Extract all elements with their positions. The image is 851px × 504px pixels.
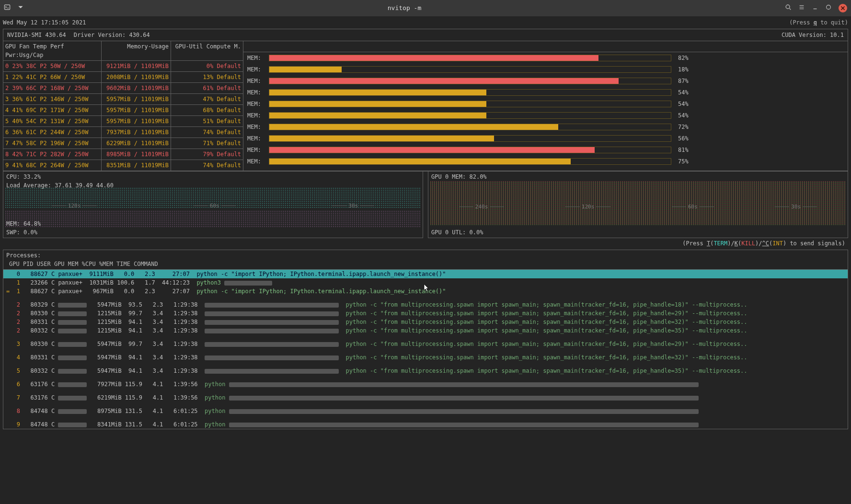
process-row[interactable]: 1 23266 C panxue+ 1031MiB 100.6 1.7 44:1… <box>3 278 848 287</box>
svg-rect-0 <box>4 5 10 10</box>
process-row[interactable]: 4 80331 C 5947MiB 94.1 3.4 1:29:38 pytho… <box>3 353 848 362</box>
gpu-mem-title: GPU 0 MEM: 82.0% <box>431 172 845 181</box>
svg-point-2 <box>827 5 831 9</box>
nvidia-smi-version: NVIDIA-SMI 430.64 <box>3 29 70 41</box>
search-icon[interactable] <box>785 4 792 13</box>
gpu-col-mem: Memory-Usage <box>102 41 171 60</box>
dropdown-icon[interactable] <box>17 4 24 13</box>
gpu-row: 7 47% 58C P2 196W / 250W6229MiB / 11019M… <box>3 138 243 149</box>
cpu-chart: CPU: 33.2% Load Average: 37.61 39.49 44.… <box>3 172 423 238</box>
process-row[interactable]: 2 80330 C 1215MiB 99.7 3.4 1:29:38 pytho… <box>3 309 848 318</box>
gpu-row: 0 23% 38C P2 50W / 250W9121MiB / 11019Mi… <box>3 61 243 72</box>
gpu-col-util: GPU-Util Compute M. <box>171 41 243 60</box>
svg-point-1 <box>786 5 790 9</box>
gpu-mem-bar: MEM:54% <box>243 110 848 121</box>
gpu-row: 6 36% 61C P2 244W / 250W7937MiB / 11019M… <box>3 127 243 138</box>
terminal-area[interactable]: Wed May 12 17:15:05 2021 (Press q to qui… <box>0 16 851 504</box>
quit-hint: (Press q to quit) <box>789 18 848 27</box>
process-row[interactable]: 7 63176 C 6219MiB 115.9 4.1 1:39:56 pyth… <box>3 393 848 402</box>
minimize-button[interactable] <box>812 4 818 13</box>
timestamp: Wed May 12 17:15:05 2021 <box>3 18 86 27</box>
gpu-row: 2 39% 66C P2 168W / 250W9602MiB / 11019M… <box>3 83 243 94</box>
gpu-col-main: GPU Fan Temp Perf Pwr:Usg/Cap <box>3 41 102 60</box>
gpu-mem-bar: MEM:54% <box>243 87 848 98</box>
gpu-mem-bar: MEM:87% <box>243 75 848 87</box>
hamburger-icon[interactable] <box>798 4 805 13</box>
gpu-row: 1 22% 41C P2 66W / 250W2008MiB / 11019Mi… <box>3 72 243 83</box>
gpu-row: 5 40% 54C P2 131W / 250W5957MiB / 11019M… <box>3 116 243 127</box>
process-table: Processes: GPU PID USER GPU MEM %CPU %ME… <box>3 250 848 429</box>
gpu-utl-label: GPU 0 UTL: 0.0% <box>431 228 845 237</box>
gpu-mem-bar: MEM:56% <box>243 133 848 144</box>
signals-hint: (Press T(TERM)/K(KILL)/^C(INT) to send s… <box>3 238 848 249</box>
process-row[interactable]: 2 80331 C 1215MiB 94.1 3.4 1:29:38 pytho… <box>3 318 848 326</box>
process-row[interactable]: 3 80330 C 5947MiB 99.7 3.4 1:29:38 pytho… <box>3 340 848 348</box>
process-row[interactable]: 5 80332 C 5947MiB 94.1 3.4 1:29:38 pytho… <box>3 367 848 375</box>
gpu-row: 9 41% 68C P2 264W / 250W8351MiB / 11019M… <box>3 160 243 171</box>
driver-version: Driver Version: 430.64 <box>70 29 778 41</box>
process-row[interactable]: 0 88627 C panxue+ 9111MiB 0.0 2.3 27:07 … <box>3 270 848 278</box>
gpu-row: 4 41% 69C P2 171W / 250W5957MiB / 11019M… <box>3 105 243 116</box>
gpu-row: 3 36% 61C P2 146W / 250W5957MiB / 11019M… <box>3 94 243 105</box>
gpu-mem-bar: MEM:75% <box>243 156 848 167</box>
gpu-mem-bar: MEM:81% <box>243 144 848 156</box>
window-title: nvitop -m <box>24 3 785 13</box>
terminal-icon[interactable] <box>4 4 11 13</box>
nvidia-header: NVIDIA-SMI 430.64 Driver Version: 430.64… <box>3 29 848 41</box>
gpu-chart: GPU 0 MEM: 82.0% 240s120s60s30s GPU 0 UT… <box>428 172 848 238</box>
window-titlebar: nvitop -m <box>0 0 851 16</box>
close-button[interactable] <box>839 4 847 12</box>
process-row[interactable]: 2 80332 C 1215MiB 94.1 3.4 1:29:38 pytho… <box>3 326 848 335</box>
process-row[interactable]: 9 84748 C 8341MiB 131.5 4.1 6:01:25 pyth… <box>3 420 848 429</box>
maximize-button[interactable] <box>825 4 832 13</box>
cuda-version: CUDA Version: 10.1 <box>778 29 848 41</box>
gpu-mem-bar: MEM:54% <box>243 98 848 110</box>
gpu-table: GPU Fan Temp Perf Pwr:Usg/Cap Memory-Usa… <box>3 41 848 171</box>
gpu-row: 8 42% 71C P2 282W / 250W8985MiB / 11019M… <box>3 149 243 160</box>
processes-title: Processes: <box>6 251 845 260</box>
process-row[interactable]: 2 80329 C 5947MiB 93.5 2.3 1:29:38 pytho… <box>3 300 848 309</box>
process-row[interactable]: 6 63176 C 7927MiB 115.9 4.1 1:39:56 pyth… <box>3 380 848 389</box>
cpu-chart-title: CPU: 33.2% <box>6 172 420 181</box>
process-columns: GPU PID USER GPU MEM %CPU %MEM TIME COMM… <box>6 260 845 268</box>
process-row[interactable]: = 1 88627 C panxue+ 967MiB 0.0 2.3 27:07… <box>3 287 848 296</box>
mem-label: MEM: 64.8% <box>6 219 420 228</box>
swap-label: SWP: 0.0% <box>6 228 420 237</box>
gpu-mem-bar: MEM:72% <box>243 121 848 133</box>
process-row[interactable]: 8 84748 C 8975MiB 131.5 4.1 6:01:25 pyth… <box>3 407 848 415</box>
gpu-mem-bar: MEM:18% <box>243 64 848 75</box>
gpu-mem-bar: MEM:82% <box>243 52 848 64</box>
